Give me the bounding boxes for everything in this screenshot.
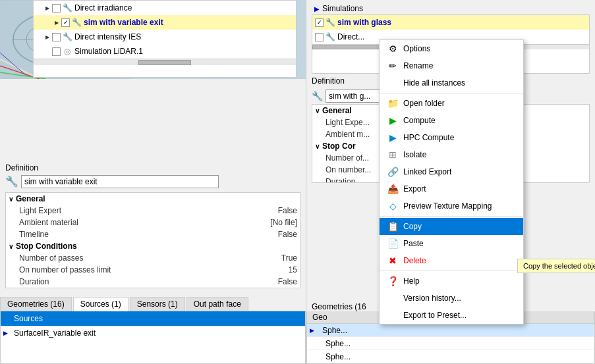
tree-label-sim-variable: sim with variable exit (84, 18, 163, 27)
menu-item-linked-export[interactable]: 🔗 Linked Export (380, 163, 523, 180)
tab-sensors[interactable]: Sensors (1) (130, 297, 185, 311)
checkbox-direct[interactable] (315, 33, 324, 41)
checkbox-direct-irradiance[interactable] (52, 4, 61, 13)
general-section-header[interactable]: ∨ General (6, 193, 300, 205)
menu-item-version-history[interactable]: Version history... (380, 290, 523, 307)
menu-item-options[interactable]: ⚙ Options (380, 40, 523, 57)
tab-geometries[interactable]: Geometries (16) (0, 297, 72, 311)
chevron-icon: ∨ (315, 143, 320, 150)
prop-label: Number of... (326, 153, 369, 163)
prop-value: [No file] (270, 218, 297, 227)
sim-icon: 🔧 (62, 3, 72, 13)
right-panel: ▶ Simulations ✓ 🔧 sim with glass 🔧 Direc… (306, 0, 595, 364)
tree-label-sim-glass: sim with glass (337, 18, 391, 27)
prop-value: 15 (289, 265, 297, 274)
prop-label: Ambient m... (326, 130, 370, 139)
menu-item-delete[interactable]: ✖ Delete (380, 252, 523, 269)
prop-row-passes-limit: On number of passes limit 15 (6, 264, 300, 276)
sim-icon: 🔧 (62, 32, 72, 42)
menu-label: Compute (403, 116, 436, 125)
tree-row-direct-intensity[interactable]: ▶ 🔧 Direct intensity IES (34, 30, 296, 44)
right-tree-row-sim-glass[interactable]: ✓ 🔧 sim with glass (312, 15, 589, 30)
definition-section: Definition 🔧 ∨ General Light Expert Fals… (0, 159, 306, 292)
scrollbar-thumb[interactable] (138, 60, 191, 65)
menu-item-hide-all[interactable]: Hide all instances (380, 74, 523, 91)
tree-label-direct: Direct... (337, 32, 364, 41)
menu-item-help[interactable]: ❓ Help (380, 273, 523, 290)
menu-item-export-preset[interactable]: Export to Preset... (380, 307, 523, 324)
prop-row-timeline: Timeline False (6, 228, 300, 240)
menu-item-compute[interactable]: ▶ Compute (380, 112, 523, 129)
tab-sources[interactable]: Sources (1) (73, 297, 128, 311)
checkbox-direct-intensity[interactable] (52, 33, 61, 41)
tree-row-lidar[interactable]: ◎ Simulation LiDAR.1 (34, 44, 296, 59)
export-icon: 📤 (386, 184, 399, 194)
menu-item-export[interactable]: 📤 Export (380, 180, 523, 197)
help-icon: ❓ (386, 276, 399, 286)
tab-content: Sources ▶ SurfaceIR_variable exit (0, 311, 306, 364)
right-tree-title-bar: ▶ Simulations (312, 3, 590, 14)
tree-row-direct-irradiance[interactable]: ▶ 🔧 Direct irradiance (34, 1, 296, 15)
sim-icon: 🔧 (325, 17, 335, 28)
def-icon: 🔧 (5, 175, 18, 188)
menu-label: Help (403, 276, 420, 286)
list-item-surface[interactable]: ▶ SurfaceIR_variable exit (1, 326, 305, 340)
general-label: General (16, 194, 45, 203)
properties-table: ∨ General Light Expert False Ambient mat… (5, 192, 300, 288)
stop-conditions-header[interactable]: ∨ Stop Conditions (6, 240, 300, 252)
menu-item-rename[interactable]: ✏ Rename (380, 57, 523, 74)
tooltip-text: Copy the selected object(s) to (523, 262, 595, 270)
simulations-title: Simulations (322, 4, 363, 13)
menu-label: Hide all instances (403, 78, 465, 88)
compute-icon: ▶ (386, 115, 399, 126)
folder-icon: 📁 (386, 98, 399, 109)
tree-row-sim-variable[interactable]: ▶ ✓ 🔧 sim with variable exit (34, 15, 296, 30)
geo-row-1[interactable]: ▶ Sphe... (307, 324, 594, 337)
menu-label: HPC Compute (403, 133, 454, 142)
menu-item-copy[interactable]: 📋 Copy (380, 218, 523, 235)
linked-export-icon: 🔗 (386, 167, 399, 177)
row-arrow: ▶ (3, 330, 11, 336)
surface-label: SurfaceIR_variable exit (14, 328, 96, 338)
menu-label: Export to Preset... (403, 311, 467, 320)
sim-icon-direct: 🔧 (325, 32, 335, 42)
prop-label: Duration (326, 177, 355, 183)
lidar-icon: ◎ (62, 46, 72, 57)
checkbox-lidar[interactable] (52, 47, 61, 56)
prop-value: False (278, 277, 297, 286)
expand-arrow[interactable]: ▶ (43, 32, 52, 41)
menu-item-open-folder[interactable]: 📁 Open folder (380, 95, 523, 112)
tab-out-path[interactable]: Out path face (186, 297, 248, 311)
checkbox-sim-variable[interactable]: ✓ (61, 18, 70, 27)
geo-cell: Sphe... (317, 325, 594, 336)
prop-row-ambient: Ambient material [No file] (6, 217, 300, 228)
prop-value: False (278, 230, 297, 239)
definition-input[interactable] (21, 175, 219, 188)
expand-arrow[interactable]: ▶ (43, 3, 52, 13)
menu-label: Linked Export (403, 167, 451, 176)
tab-bar: Geometries (16) Sources (1) Sensors (1) … (0, 297, 306, 311)
menu-item-preview-texture[interactable]: ◇ Preview Texture Mapping (380, 197, 523, 215)
paste-icon: 📄 (386, 238, 399, 249)
right-def-icon: 🔧 (312, 91, 323, 101)
geo-cell: Sphe... (320, 338, 594, 349)
geo-row-3[interactable]: Sphe... (307, 350, 594, 363)
expand-arrow[interactable]: ▶ (52, 18, 61, 27)
horizontal-scrollbar[interactable] (34, 59, 296, 65)
menu-item-hpc[interactable]: ▶ HPC Compute (380, 129, 523, 146)
geo-row-2[interactable]: Sphe... (307, 337, 594, 350)
checkbox-sim-glass[interactable]: ✓ (315, 18, 324, 27)
menu-label: Options (403, 44, 430, 53)
stop-conditions-label: Stop Conditions (16, 242, 77, 251)
menu-item-paste[interactable]: 📄 Paste (380, 235, 523, 252)
prop-label: Light Expert (19, 206, 61, 215)
menu-item-isolate[interactable]: ⊞ Isolate (380, 146, 523, 163)
context-menu: ⚙ Options ✏ Rename Hide all instances 📁 … (379, 39, 524, 325)
menu-label: Paste (403, 239, 424, 248)
copy-icon: 📋 (386, 221, 399, 232)
prop-label: Duration (19, 277, 49, 286)
tooltip-popup: Copy the selected object(s) to (517, 259, 595, 273)
list-item-sources[interactable]: Sources (1, 311, 305, 326)
right-stop-label: Stop Cor (322, 142, 356, 151)
def-input-row: 🔧 (5, 175, 300, 188)
